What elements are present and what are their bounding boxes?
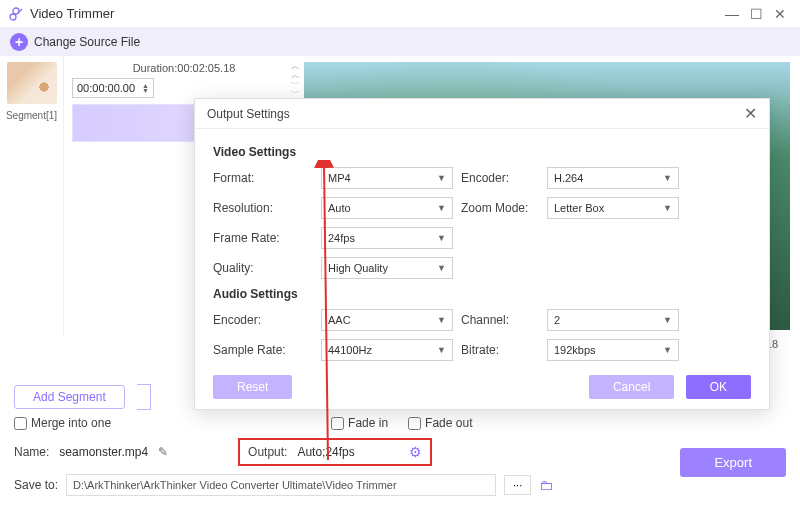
merge-checkbox[interactable]: Merge into one xyxy=(14,416,111,430)
video-settings-heading: Video Settings xyxy=(213,145,751,159)
saveto-label: Save to: xyxy=(14,478,58,492)
start-time-input[interactable]: 00:00:00.00 ▲▼ xyxy=(72,78,154,98)
start-spinner[interactable]: ▲▼ xyxy=(142,83,149,93)
save-path-input[interactable] xyxy=(66,474,496,496)
aencoder-select[interactable]: AAC▼ xyxy=(321,309,453,331)
chevron-down-icon: ▼ xyxy=(663,173,672,183)
name-label: Name: xyxy=(14,445,49,459)
maximize-icon[interactable]: ☐ xyxy=(744,2,768,26)
format-select[interactable]: MP4▼ xyxy=(321,167,453,189)
cancel-button[interactable]: Cancel xyxy=(589,375,674,399)
ok-button[interactable]: OK xyxy=(686,375,751,399)
chevron-down-icon: ▼ xyxy=(437,315,446,325)
folder-icon[interactable]: 🗀 xyxy=(539,477,553,493)
chevron-down-icon: ▼ xyxy=(437,345,446,355)
chevron-down-icon: ▼ xyxy=(663,315,672,325)
chevron-down-icon: ▼ xyxy=(437,233,446,243)
app-logo-icon xyxy=(8,6,24,22)
chevron-down-icon: ▼ xyxy=(663,345,672,355)
bitrate-label: Bitrate: xyxy=(461,343,539,357)
segment-sidebar: Segment[1] xyxy=(0,56,64,336)
channel-label: Channel: xyxy=(461,313,539,327)
titlebar: Video Trimmer — ☐ ✕ xyxy=(0,0,800,28)
toolbar: + Change Source File xyxy=(0,28,800,56)
chevron-down-icon: ▼ xyxy=(663,203,672,213)
add-source-icon[interactable]: + xyxy=(10,33,28,51)
minimize-icon[interactable]: — xyxy=(720,2,744,26)
duration-label: Duration:00:02:05.18 xyxy=(72,62,296,74)
window-title: Video Trimmer xyxy=(30,6,720,21)
zoom-select[interactable]: Letter Box▼ xyxy=(547,197,679,219)
add-segment-button[interactable]: Add Segment xyxy=(14,385,125,409)
svg-point-1 xyxy=(10,14,16,20)
dialog-title: Output Settings xyxy=(207,107,744,121)
dialog-close-icon[interactable]: ✕ xyxy=(744,104,757,123)
chevron-down-icon: ▼ xyxy=(437,263,446,273)
fadein-checkbox[interactable]: Fade in xyxy=(331,416,388,430)
encoder-select[interactable]: H.264▼ xyxy=(547,167,679,189)
sample-label: Sample Rate: xyxy=(213,343,313,357)
partial-button[interactable] xyxy=(137,384,151,410)
close-icon[interactable]: ✕ xyxy=(768,2,792,26)
filename-text: seamonster.mp4 xyxy=(59,445,148,459)
resolution-label: Resolution: xyxy=(213,201,313,215)
encoder-label: Encoder: xyxy=(461,171,539,185)
edit-icon[interactable]: ✎ xyxy=(158,445,168,459)
export-button[interactable]: Export xyxy=(680,448,786,477)
output-highlight-box: Output: Auto;24fps ⚙ xyxy=(238,438,432,466)
output-settings-dialog: Output Settings ✕ Video Settings Format:… xyxy=(194,98,770,410)
output-label: Output: xyxy=(248,445,287,459)
sample-select[interactable]: 44100Hz▼ xyxy=(321,339,453,361)
channel-select[interactable]: 2▼ xyxy=(547,309,679,331)
change-source-label[interactable]: Change Source File xyxy=(34,35,140,49)
browse-button[interactable]: ··· xyxy=(504,475,531,495)
start-time-value: 00:00:00.00 xyxy=(77,82,135,94)
resolution-select[interactable]: Auto▼ xyxy=(321,197,453,219)
quality-label: Quality: xyxy=(213,261,313,275)
gear-icon[interactable]: ⚙ xyxy=(409,444,422,460)
format-label: Format: xyxy=(213,171,313,185)
framerate-select[interactable]: 24fps▼ xyxy=(321,227,453,249)
aencoder-label: Encoder: xyxy=(213,313,313,327)
chevron-down-icon: ▼ xyxy=(437,203,446,213)
fadeout-checkbox[interactable]: Fade out xyxy=(408,416,472,430)
framerate-label: Frame Rate: xyxy=(213,231,313,245)
quality-select[interactable]: High Quality▼ xyxy=(321,257,453,279)
segment-thumbnail[interactable] xyxy=(7,62,57,104)
bitrate-select[interactable]: 192kbps▼ xyxy=(547,339,679,361)
segment-label: Segment[1] xyxy=(0,110,63,121)
output-value: Auto;24fps xyxy=(297,445,399,459)
audio-settings-heading: Audio Settings xyxy=(213,287,751,301)
zoom-label: Zoom Mode: xyxy=(461,201,539,215)
reset-button[interactable]: Reset xyxy=(213,375,292,399)
chevron-down-icon: ▼ xyxy=(437,173,446,183)
panel-chevrons[interactable]: ︿︿﹀﹀ xyxy=(291,62,300,97)
